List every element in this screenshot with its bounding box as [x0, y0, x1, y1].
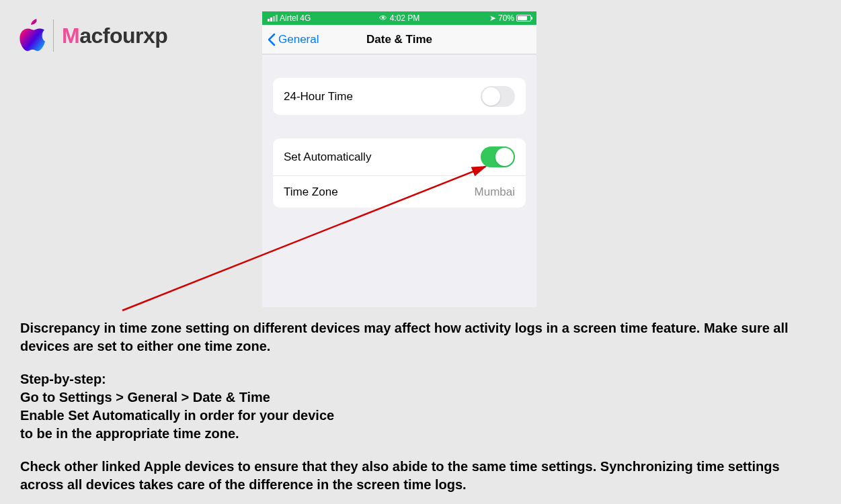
article-text: Discrepancy in time zone setting on diff…: [20, 319, 821, 494]
back-label: General: [278, 33, 319, 46]
brand-first-letter: M: [62, 24, 79, 48]
settings-group-1: 24-Hour Time: [273, 78, 526, 115]
settings-group-2: Set Automatically Time Zone Mumbai: [273, 138, 526, 208]
article-p3: Check other linked Apple devices to ensu…: [20, 458, 821, 494]
eye-icon: 👁: [379, 13, 387, 23]
nav-bar: General Date & Time: [262, 25, 536, 54]
logo-divider: [53, 19, 54, 52]
row-label: Set Automatically: [284, 151, 371, 164]
article-p1: Discrepancy in time zone setting on diff…: [20, 319, 821, 355]
brand-rest: acfourxp: [79, 24, 167, 48]
battery-icon: [516, 15, 531, 22]
article-line: Enable Set Automatically in order for yo…: [20, 408, 334, 423]
article-p2: Step-by-step: Go to Settings > General >…: [20, 370, 821, 443]
article-line: Step-by-step:: [20, 372, 106, 386]
location-icon: ➤: [489, 13, 496, 23]
phone-screenshot: Airtel 4G 👁 4:02 PM ➤ 70% General Date &…: [262, 11, 536, 307]
apple-icon: [17, 19, 45, 52]
signal-icon: [268, 15, 278, 22]
carrier-label: Airtel: [280, 13, 298, 23]
article-line: to be in the appropriate time zone.: [20, 426, 239, 441]
site-logo: Macfourxp: [17, 19, 167, 52]
row-24hour-time[interactable]: 24-Hour Time: [273, 78, 526, 115]
row-label: 24-Hour Time: [284, 90, 353, 103]
status-right: ➤ 70%: [489, 13, 531, 23]
row-value: Mumbai: [475, 185, 515, 199]
toggle-24hour[interactable]: [481, 86, 515, 107]
brand-name: Macfourxp: [62, 24, 167, 48]
row-label: Time Zone: [284, 185, 338, 199]
status-left: Airtel 4G: [268, 13, 311, 23]
time-label: 4:02 PM: [390, 13, 420, 23]
row-set-automatically[interactable]: Set Automatically: [273, 138, 526, 175]
article-line: Go to Settings > General > Date & Time: [20, 390, 270, 405]
nav-title: Date & Time: [366, 33, 432, 46]
status-bar: Airtel 4G 👁 4:02 PM ➤ 70%: [262, 11, 536, 25]
battery-percent: 70%: [498, 13, 514, 23]
settings-content: 24-Hour Time Set Automatically Time Zone…: [262, 54, 536, 208]
status-center: 👁 4:02 PM: [379, 13, 420, 23]
back-button[interactable]: General: [268, 33, 319, 46]
network-label: 4G: [300, 13, 311, 23]
row-time-zone[interactable]: Time Zone Mumbai: [273, 175, 526, 208]
chevron-left-icon: [268, 33, 276, 46]
toggle-set-automatically[interactable]: [481, 146, 515, 167]
